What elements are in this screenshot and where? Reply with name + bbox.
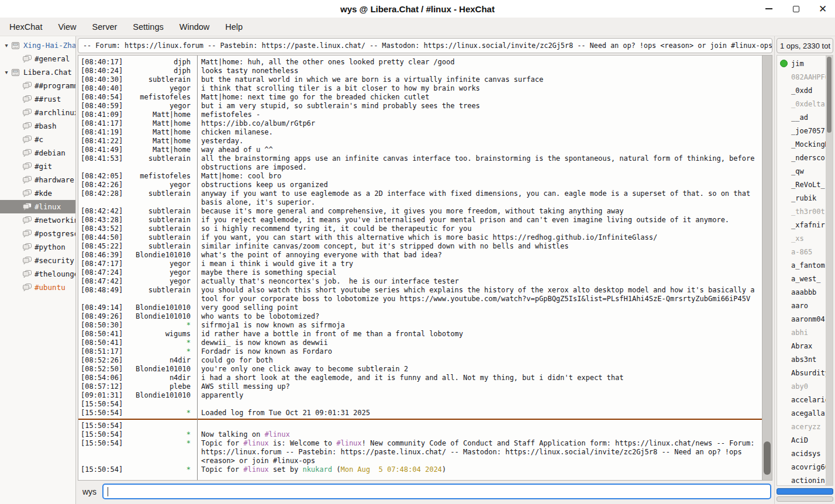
message-input[interactable] (102, 484, 771, 499)
menu-item-settings[interactable]: Settings (129, 20, 167, 33)
userlist-item[interactable]: abhi (777, 326, 826, 339)
userlist-item[interactable]: _xs (777, 232, 826, 245)
channel-label: #c (34, 135, 43, 144)
sidebar-item-linux[interactable]: #linux (0, 200, 75, 213)
sidebar-item-debian[interactable]: #debian (0, 146, 75, 160)
sidebar-item-hardware[interactable]: #hardware (0, 173, 75, 187)
nick: n4dir (125, 356, 195, 365)
expander-icon[interactable]: ▾ (2, 69, 11, 75)
op-status-icon (780, 60, 788, 67)
nick: subtlerain (125, 75, 195, 84)
userlist-item[interactable]: acovrig60 (777, 460, 826, 474)
sidebar-item-programming[interactable]: ##programming (0, 79, 75, 92)
userlist-item[interactable]: _0xdd (777, 84, 826, 97)
menu-item-window[interactable]: Window (176, 20, 213, 33)
menu-item-hexchat[interactable]: HexChat (6, 20, 46, 33)
message: if you want, you can start with this alt… (195, 233, 761, 242)
menu-item-server[interactable]: Server (89, 20, 121, 33)
userlist-item[interactable]: Abrax (777, 339, 826, 353)
user-name: AciD (791, 436, 808, 444)
userlist-item[interactable]: _joe7057 (777, 124, 826, 137)
userlist-item[interactable]: a_west_ (777, 272, 826, 285)
userlist-item[interactable]: _xfafnir (777, 218, 826, 232)
chat-line: [08:41:22]Matt|homeyesterday. (81, 137, 761, 146)
userlist-scrollbar-thumb[interactable] (827, 57, 831, 133)
userlist-item[interactable]: __ad (777, 111, 826, 124)
timestamp: [08:50:41] (81, 330, 125, 339)
userlist-item[interactable]: _MockingM (777, 137, 826, 151)
userlist-item[interactable]: AciD (777, 433, 826, 447)
sidebar-item-thelounge[interactable]: #thelounge (0, 267, 75, 281)
userlist-item[interactable]: Absurdity (777, 366, 826, 379)
sidebar-item-git[interactable]: #git (0, 160, 75, 173)
userlist-item[interactable]: _0xdelta (777, 97, 826, 111)
menu-item-help[interactable]: Help (222, 20, 246, 33)
sidebar-item-archlinux[interactable]: #archlinux (0, 106, 75, 119)
sidebar-item-networking[interactable]: #networking (0, 213, 75, 227)
timestamp: [08:52:50] (81, 365, 125, 374)
userlist-item[interactable]: jim (777, 57, 826, 70)
user-name: actioninj (791, 477, 826, 485)
maximize-button[interactable] (789, 2, 802, 15)
userlist-item[interactable]: a_fantom (777, 258, 826, 272)
channel-label: #thelounge (34, 270, 75, 278)
userlist-item[interactable]: aby0 (777, 379, 826, 393)
timestamp: [08:41:09] (81, 111, 125, 119)
network-row[interactable]: ▾Xing-Hai-Zhan (0, 39, 75, 52)
sidebar-item-bash[interactable]: #bash (0, 119, 75, 133)
sidebar-item-ubuntu[interactable]: #ubuntu (0, 281, 75, 294)
nick: subtlerain (125, 242, 195, 251)
chat-line: [15:50:54] (81, 422, 761, 430)
userlist-item[interactable]: accelario (777, 393, 826, 406)
userlist-item[interactable]: acegalla- (777, 406, 826, 420)
userlist-scrollbar[interactable] (826, 56, 833, 485)
userlist-item[interactable]: _nderscor (777, 151, 826, 164)
timestamp: [08:45:22] (81, 242, 125, 251)
userlist-item[interactable]: aceryzz (777, 420, 826, 433)
throttle-meter (777, 496, 833, 502)
userlist-item[interactable]: aaro (777, 299, 826, 312)
userlist-item[interactable]: 082AAHPF6 (777, 70, 826, 84)
userlist-item[interactable]: actioninj (777, 474, 826, 485)
chat-log[interactable]: [08:40:17]djphMatt|home: huh, all the ot… (78, 56, 762, 480)
minimize-button[interactable] (762, 2, 775, 15)
sidebar-item-python[interactable]: #python (0, 240, 75, 254)
nick-message-separator[interactable] (197, 56, 198, 480)
userlist-item[interactable]: _qw (777, 164, 826, 178)
nick: n4dir (125, 374, 195, 382)
userlist-item[interactable]: abs3nt (777, 353, 826, 366)
event-star: * (125, 465, 195, 474)
maximize-icon (793, 6, 799, 12)
expander-icon[interactable]: ▾ (2, 42, 11, 49)
topic-bar[interactable]: -- Forum: https://linux.forum -- Pastebi… (78, 38, 772, 53)
menu-item-view[interactable]: View (54, 20, 80, 33)
chat-line: [08:41:17]Matt|homehttps://ibb.co/album/… (81, 119, 761, 128)
sidebar-item-kde[interactable]: #kde (0, 187, 75, 200)
userlist-item[interactable]: aaronm04 (777, 312, 826, 326)
userlist-item[interactable]: a-865 (777, 245, 826, 258)
chat-scrollbar[interactable] (762, 56, 772, 480)
own-nick-label[interactable]: wys (82, 487, 96, 496)
sidebar-item-c[interactable]: #c (0, 133, 75, 146)
chat-line: [08:42:28]subtlerainanyway if you want t… (81, 189, 761, 207)
userlist-item[interactable]: _ReVoLt_ (777, 178, 826, 191)
channel-icon (22, 175, 33, 184)
sidebar-item-general[interactable]: #general (0, 52, 75, 65)
user-list-items[interactable]: jim082AAHPF6_0xdd_0xdelta__ad_joe7057_Mo… (777, 56, 826, 485)
network-row[interactable]: ▾Libera.Chat (0, 65, 75, 79)
chat-line: [08:40:24]djphlooks tasty nonetheless (81, 67, 761, 75)
userlist-item[interactable]: _rubik (777, 191, 826, 205)
userlist-item[interactable]: acidsys (777, 447, 826, 460)
sidebar-item-postgresql[interactable]: #postgresql (0, 227, 75, 240)
nick: mefistofeles (125, 172, 195, 181)
user-name: aby0 (791, 382, 808, 391)
sidebar-item-rust[interactable]: ##rust (0, 92, 75, 106)
user-name: _th3r00t (791, 208, 825, 216)
userlist-item[interactable]: aaabbb (777, 285, 826, 299)
timestamp: [08:42:26] (81, 181, 125, 189)
title-bar[interactable]: wys @ Libera.Chat / #linux - HexChat ✕ (0, 0, 835, 18)
chat-scrollbar-thumb[interactable] (764, 441, 771, 475)
sidebar-item-security[interactable]: #security (0, 254, 75, 267)
close-button[interactable]: ✕ (816, 2, 829, 15)
userlist-item[interactable]: _th3r00t (777, 205, 826, 218)
